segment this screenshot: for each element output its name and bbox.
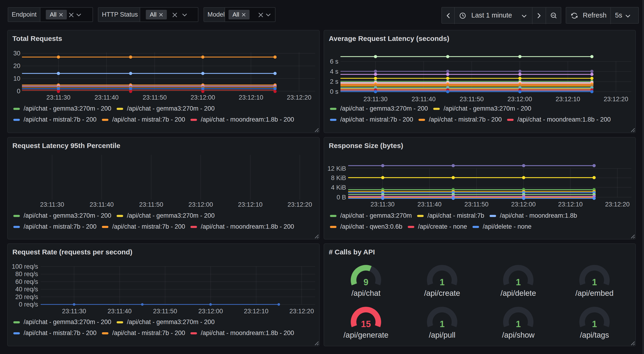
svg-text:4 KiB: 4 KiB [331, 184, 346, 191]
svg-text:23:11:30: 23:11:30 [370, 201, 394, 208]
svg-text:12 KiB: 12 KiB [327, 165, 346, 172]
svg-text:23:12:20: 23:12:20 [289, 308, 314, 315]
svg-text:/api/create: /api/create [424, 289, 460, 297]
svg-text:23:11:50: 23:11:50 [139, 201, 163, 208]
svg-text:23:11:40: 23:11:40 [94, 94, 118, 101]
svg-text:20 req/s: 20 req/s [15, 293, 38, 300]
svg-text:23:12:10: 23:12:10 [556, 96, 580, 103]
svg-text:0 B: 0 B [336, 194, 346, 201]
svg-text:/api/generate: /api/generate [344, 331, 388, 339]
svg-text:23:11:50: 23:11:50 [153, 308, 177, 315]
svg-text:/api/chat: /api/chat [352, 289, 381, 297]
svg-text:23:12:00: 23:12:00 [190, 94, 215, 101]
svg-text:40 req/s: 40 req/s [15, 286, 38, 293]
svg-text:0: 0 [17, 88, 20, 95]
svg-text:23:11:30: 23:11:30 [46, 94, 70, 101]
svg-text:23:12:20: 23:12:20 [287, 94, 311, 101]
svg-text:/api/tags: /api/tags [580, 331, 609, 339]
svg-text:23:12:20: 23:12:20 [605, 201, 630, 208]
svg-text:23:11:50: 23:11:50 [142, 94, 166, 101]
svg-text:1: 1 [440, 319, 444, 329]
svg-text:23:12:20: 23:12:20 [604, 96, 628, 103]
svg-text:1: 1 [440, 277, 444, 287]
svg-text:23:12:00: 23:12:00 [508, 96, 532, 103]
svg-text:23:11:30: 23:11:30 [40, 201, 64, 208]
svg-text:1: 1 [516, 319, 520, 329]
svg-text:4 s: 4 s [330, 68, 338, 75]
svg-text:0 req/s: 0 req/s [19, 301, 38, 308]
svg-text:9: 9 [363, 277, 368, 287]
svg-text:6 s: 6 s [330, 58, 338, 65]
svg-text:23:11:40: 23:11:40 [412, 96, 436, 103]
svg-text:23:11:40: 23:11:40 [90, 201, 114, 208]
svg-text:100 req/s: 100 req/s [12, 263, 38, 270]
svg-text:10: 10 [13, 75, 20, 82]
svg-text:23:12:10: 23:12:10 [244, 308, 268, 315]
svg-text:/api/delete: /api/delete [500, 289, 536, 297]
svg-text:23:12:00: 23:12:00 [198, 308, 223, 315]
svg-text:23:11:50: 23:11:50 [464, 201, 488, 208]
svg-text:15: 15 [361, 319, 371, 329]
svg-text:0 s: 0 s [330, 88, 338, 95]
svg-text:23:11:30: 23:11:30 [62, 308, 86, 315]
svg-text:80 req/s: 80 req/s [15, 270, 38, 277]
svg-text:23:12:00: 23:12:00 [188, 201, 213, 208]
svg-text:23:12:20: 23:12:20 [288, 201, 312, 208]
svg-text:1: 1 [592, 277, 597, 287]
svg-text:23:11:30: 23:11:30 [363, 96, 388, 103]
svg-text:23:12:00: 23:12:00 [511, 201, 536, 208]
svg-text:/api/pull: /api/pull [429, 331, 456, 339]
svg-text:20: 20 [13, 63, 20, 70]
svg-text:1: 1 [592, 319, 597, 329]
svg-text:60 req/s: 60 req/s [15, 278, 38, 285]
svg-text:30: 30 [13, 50, 20, 57]
svg-text:/api/embed: /api/embed [575, 289, 614, 297]
svg-text:23:12:10: 23:12:10 [558, 201, 582, 208]
svg-text:1: 1 [516, 277, 520, 287]
svg-text:23:11:40: 23:11:40 [417, 201, 442, 208]
svg-text:23:12:10: 23:12:10 [238, 201, 262, 208]
svg-text:/api/show: /api/show [502, 331, 535, 339]
svg-text:8 KiB: 8 KiB [331, 174, 346, 181]
svg-text:23:11:50: 23:11:50 [460, 96, 484, 103]
svg-text:2 s: 2 s [330, 78, 338, 85]
svg-text:23:11:40: 23:11:40 [108, 308, 132, 315]
svg-text:23:12:10: 23:12:10 [238, 94, 263, 101]
